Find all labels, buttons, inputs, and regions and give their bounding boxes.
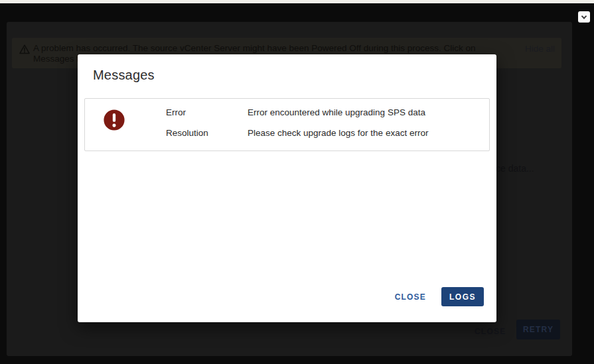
error-circle-icon <box>103 109 125 134</box>
hide-all-link[interactable]: Hide all <box>525 44 555 54</box>
messages-modal: Messages Error Error encountered while u… <box>78 54 496 322</box>
top-edge-strip <box>0 0 594 3</box>
modal-title: Messages <box>93 68 155 83</box>
modal-actions: CLOSE LOGS <box>395 287 484 306</box>
screen: A problem has occurred. The source vCent… <box>0 0 594 364</box>
modal-close-button[interactable]: CLOSE <box>395 292 426 302</box>
error-message-card: Error Error encountered while upgrading … <box>84 98 490 151</box>
background-status-text: ce data... <box>496 163 534 174</box>
background-close-button[interactable]: CLOSE <box>475 327 506 336</box>
background-retry-button[interactable]: RETRY <box>516 320 560 339</box>
resolution-label: Resolution <box>166 128 208 138</box>
modal-logs-button[interactable]: LOGS <box>441 287 484 306</box>
resolution-value: Please check upgrade logs for the exact … <box>248 128 428 138</box>
window-dropdown-button[interactable] <box>578 11 590 23</box>
warning-triangle-icon <box>19 44 30 57</box>
error-label: Error <box>166 107 186 117</box>
error-value: Error encountered while upgrading SPS da… <box>248 107 425 117</box>
chevron-down-icon <box>581 13 587 19</box>
warning-banner-line1: A problem has occurred. The source vCent… <box>33 43 491 54</box>
